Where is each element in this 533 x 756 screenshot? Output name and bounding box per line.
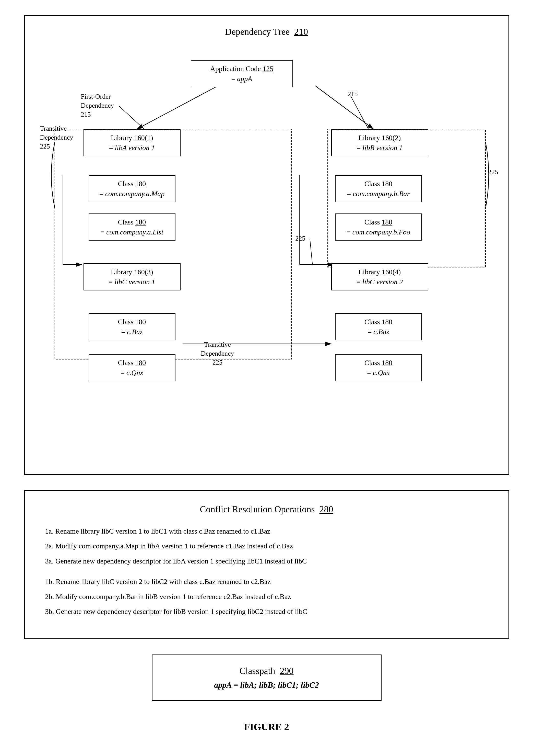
class1a-label: Class 180 bbox=[94, 179, 170, 189]
conflict-resolution-text: 1a. Rename library libC version 1 to lib… bbox=[45, 525, 488, 618]
class1b-node: Class 180 = com.company.a.List bbox=[89, 213, 175, 241]
lib1-node: Library 160(1) = libA version 1 bbox=[84, 129, 181, 156]
lib1-label: Library 160(1) bbox=[89, 133, 175, 143]
svg-line-9 bbox=[350, 96, 368, 129]
class3a-label: Class 180 bbox=[94, 317, 170, 327]
lib1-value: = libA version 1 bbox=[89, 143, 175, 153]
lib4-label: Library 160(4) bbox=[337, 267, 423, 277]
op-2b: 2b. Modify com.company.b.Bar in libB ver… bbox=[45, 590, 488, 603]
svg-line-8 bbox=[119, 106, 147, 132]
class3b-node: Class 180 = c.Qnx bbox=[89, 354, 175, 381]
dependency-tree-title: Dependency Tree 210 bbox=[40, 26, 493, 37]
figure-label: FIGURE 2 bbox=[244, 721, 289, 733]
lib2-label: Library 160(2) bbox=[337, 133, 423, 143]
dependency-tree-ref: 210 bbox=[294, 27, 308, 37]
classpath-value: appA = libA; libB; libC1; libC2 bbox=[168, 680, 366, 690]
op-3a: 3a. Generate new dependency descriptor f… bbox=[45, 555, 488, 568]
classpath-section: Classpath 290 appA = libA; libB; libC1; … bbox=[152, 655, 382, 701]
app-code-node: Application Code 125 = appA bbox=[191, 60, 293, 87]
op-2a: 2a. Modify com.company.a.Map in libA ver… bbox=[45, 540, 488, 553]
conflict-resolution-title: Conflict Resolution Operations 280 bbox=[45, 504, 488, 515]
op-1b: 1b. Rename library libC version 2 to lib… bbox=[45, 575, 488, 588]
page-wrapper: Dependency Tree 210 bbox=[20, 15, 513, 733]
class4a-label: Class 180 bbox=[341, 317, 416, 327]
conflict-group-b: 1b. Rename library libC version 2 to lib… bbox=[45, 575, 488, 618]
svg-line-10 bbox=[310, 239, 312, 265]
class1b-label: Class 180 bbox=[94, 217, 170, 227]
class2a-node: Class 180 = com.company.b.Bar bbox=[335, 175, 422, 202]
class1a-value: = com.company.a.Map bbox=[94, 189, 170, 199]
class4a-value: = c.Baz bbox=[341, 327, 416, 337]
class1b-value: = com.company.a.List bbox=[94, 227, 170, 237]
conflict-resolution-section: Conflict Resolution Operations 280 1a. R… bbox=[24, 490, 509, 639]
class4b-value: = c.Qnx bbox=[341, 368, 416, 378]
lib2-node: Library 160(2) = libB version 1 bbox=[331, 129, 428, 156]
class3a-node: Class 180 = c.Baz bbox=[89, 313, 175, 340]
classpath-ref: 290 bbox=[280, 666, 294, 676]
lib3-label: Library 160(3) bbox=[89, 267, 175, 277]
class3b-value: = c.Qnx bbox=[94, 368, 170, 378]
app-code-value: = appA bbox=[196, 74, 287, 84]
transitive-label-left: TransitiveDependency225 bbox=[40, 124, 73, 151]
class1a-node: Class 180 = com.company.a.Map bbox=[89, 175, 175, 202]
op-3b: 3b. Generate new dependency descriptor f… bbox=[45, 605, 488, 618]
class3b-label: Class 180 bbox=[94, 358, 170, 368]
transitive-ref-right: 225 bbox=[488, 168, 498, 176]
conflict-resolution-ref: 280 bbox=[319, 504, 333, 514]
class4b-label: Class 180 bbox=[341, 358, 416, 368]
class2a-label: Class 180 bbox=[341, 179, 416, 189]
lib3-value: = libC version 1 bbox=[89, 277, 175, 287]
class2a-value: = com.company.b.Bar bbox=[341, 189, 416, 199]
op-1a: 1a. Rename library libC version 1 to lib… bbox=[45, 525, 488, 538]
lib4-node: Library 160(4) = libC version 2 bbox=[331, 263, 428, 290]
class2b-node: Class 180 = com.company.b.Foo bbox=[335, 213, 422, 241]
lib3-node: Library 160(3) = libC version 1 bbox=[84, 263, 181, 290]
class3a-value: = c.Baz bbox=[94, 327, 170, 337]
conflict-group-a: 1a. Rename library libC version 1 to lib… bbox=[45, 525, 488, 568]
dependency-tree-section: Dependency Tree 210 bbox=[24, 15, 509, 475]
lib2-value: = libB version 1 bbox=[337, 143, 423, 153]
class2b-label: Class 180 bbox=[341, 217, 416, 227]
first-order-ref-right: 215 bbox=[348, 90, 358, 98]
transitive-label-bottom: TransitiveDependency225 bbox=[201, 340, 234, 367]
class4a-node: Class 180 = c.Baz bbox=[335, 313, 422, 340]
classpath-title: Classpath 290 bbox=[168, 665, 366, 676]
transitive-ref-mid: 225 bbox=[295, 234, 305, 243]
class2b-value: = com.company.b.Foo bbox=[341, 227, 416, 237]
app-code-label: Application Code 125 bbox=[196, 64, 287, 74]
svg-line-2 bbox=[315, 86, 373, 129]
first-order-label: First-OrderDependency215 bbox=[81, 92, 114, 119]
class4b-node: Class 180 = c.Qnx bbox=[335, 354, 422, 381]
tree-inner: Application Code 125 = appA First-OrderD… bbox=[40, 45, 493, 459]
lib4-value: = libC version 2 bbox=[337, 277, 423, 287]
svg-line-1 bbox=[137, 86, 218, 129]
